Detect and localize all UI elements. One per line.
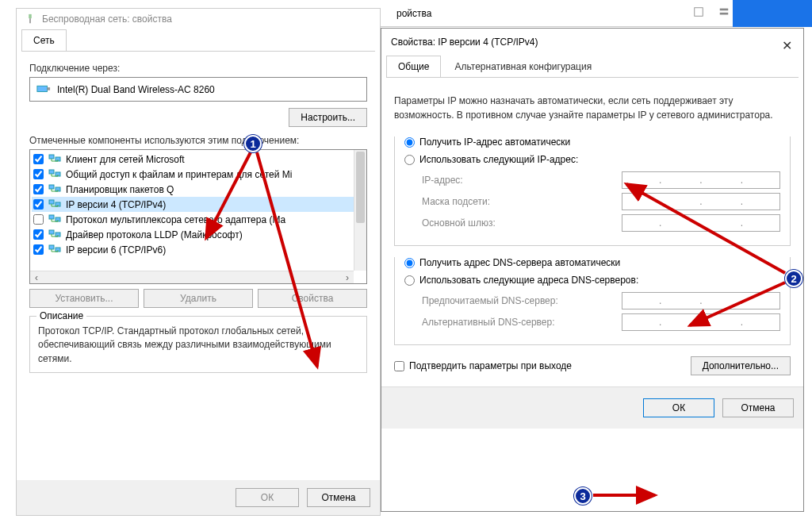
svg-rect-7 xyxy=(37,86,48,91)
radio-dns-auto-label: Получить адрес DNS-сервера автоматически xyxy=(419,257,620,268)
protocol-icon xyxy=(48,183,61,196)
ipv4-description: Параметры IP можно назначать автоматичес… xyxy=(394,94,791,122)
subnet-mask-input[interactable]: ... xyxy=(622,193,780,210)
svg-rect-5 xyxy=(29,14,32,18)
list-item[interactable]: Планировщик пакетов Q xyxy=(32,182,365,197)
scrollbar-vertical[interactable] xyxy=(354,150,366,271)
radio-ip-manual[interactable] xyxy=(404,155,415,165)
list-item[interactable]: IP версии 4 (TCP/IPv4) xyxy=(32,197,365,212)
fragment-text: ройства xyxy=(396,8,431,19)
advanced-button[interactable]: Дополнительно... xyxy=(691,356,791,375)
protocol-icon xyxy=(48,152,61,166)
tabs: Общие Альтернативная конфигурация xyxy=(386,56,799,78)
toolbar-icon xyxy=(693,6,704,20)
protocol-icon xyxy=(48,167,61,181)
ok-button[interactable]: ОК xyxy=(236,488,299,507)
svg-rect-15 xyxy=(49,200,54,204)
decorative-corner xyxy=(733,0,812,27)
window-titlebar: Беспроводная сеть: свойства xyxy=(17,9,380,29)
description-group: Описание Протокол TCP/IP. Стандартный пр… xyxy=(29,316,367,373)
dns1-input[interactable]: ... xyxy=(622,292,780,309)
close-icon[interactable]: ✕ xyxy=(782,38,792,53)
svg-rect-13 xyxy=(49,185,54,189)
ok-button[interactable]: ОК xyxy=(643,398,714,417)
component-label: Протокол мультиплексора сетевого адаптер… xyxy=(66,214,285,225)
tabs: Сеть xyxy=(21,29,375,52)
component-label: Клиент для сетей Microsoft xyxy=(66,154,185,165)
tab-alt-config[interactable]: Альтернативная конфигурация xyxy=(442,56,603,77)
annotation-marker-2: 2 xyxy=(785,270,802,287)
component-checkbox[interactable] xyxy=(33,229,44,240)
radio-dns-manual-label: Использовать следующие адреса DNS-сервер… xyxy=(419,275,638,286)
component-checkbox[interactable] xyxy=(33,199,44,210)
ip-address-input[interactable]: ... xyxy=(622,171,780,189)
component-label: IP версии 4 (TCP/IPv4) xyxy=(66,199,166,210)
list-item[interactable]: Драйвер протокола LLDP (Майкрософт) xyxy=(32,227,365,242)
list-item[interactable]: Клиент для сетей Microsoft xyxy=(32,152,365,167)
protocol-icon xyxy=(48,228,61,241)
toolbar-icon xyxy=(718,6,730,20)
remove-button[interactable]: Удалить xyxy=(144,289,253,308)
component-checkbox[interactable] xyxy=(33,169,44,179)
component-label: Общий доступ к файлам и принтерам для се… xyxy=(66,169,292,180)
configure-button[interactable]: Настроить... xyxy=(289,108,367,127)
components-list[interactable]: Клиент для сетей MicrosoftОбщий доступ к… xyxy=(29,149,367,284)
adapter-box: Intel(R) Dual Band Wireless-AC 8260 xyxy=(29,77,367,102)
cancel-button[interactable]: Отмена xyxy=(722,398,794,417)
svg-rect-2 xyxy=(720,13,729,15)
window-title: Беспроводная сеть: свойства xyxy=(42,13,172,25)
components-label: Отмеченные компоненты используются этим … xyxy=(29,135,367,146)
list-item[interactable]: Протокол мультиплексора сетевого адаптер… xyxy=(32,212,365,227)
svg-rect-21 xyxy=(49,245,54,249)
wireless-properties-window: Беспроводная сеть: свойства Сеть Подключ… xyxy=(16,8,381,516)
connect-via-label: Подключение через: xyxy=(29,63,367,74)
svg-rect-17 xyxy=(49,215,54,219)
component-label: Планировщик пакетов Q xyxy=(66,184,174,195)
svg-rect-0 xyxy=(695,8,703,17)
protocol-icon xyxy=(48,213,61,226)
ip-fieldset: Получить IP-адрес автоматически Использо… xyxy=(394,136,791,246)
list-item[interactable]: IP версии 6 (TCP/IPv6) xyxy=(32,242,365,257)
radio-dns-manual[interactable] xyxy=(404,275,415,286)
network-icon xyxy=(25,13,36,25)
component-checkbox[interactable] xyxy=(33,154,44,164)
svg-rect-11 xyxy=(49,170,54,174)
description-title: Описание xyxy=(36,310,86,321)
svg-rect-19 xyxy=(49,230,54,234)
tab-network[interactable]: Сеть xyxy=(21,29,67,51)
confirm-on-exit-label: Подтвердить параметры при выходе xyxy=(409,360,572,371)
window-title: Свойства: IP версии 4 (TCP/IPv4) xyxy=(391,37,538,48)
window-titlebar: Свойства: IP версии 4 (TCP/IPv4) ✕ xyxy=(381,29,803,56)
dns2-label: Альтернативный DNS-сервер: xyxy=(422,317,555,328)
component-checkbox[interactable] xyxy=(33,184,44,194)
radio-ip-manual-label: Использовать следующий IP-адрес: xyxy=(419,154,578,165)
radio-ip-auto[interactable] xyxy=(404,137,415,148)
properties-button[interactable]: Свойства xyxy=(258,289,367,308)
scrollbar-horizontal[interactable]: ‹ › xyxy=(30,271,354,283)
svg-rect-8 xyxy=(48,87,51,90)
dns1-label: Предпочитаемый DNS-сервер: xyxy=(422,295,558,306)
component-label: IP версии 6 (TCP/IPv6) xyxy=(66,244,166,256)
confirm-on-exit-checkbox[interactable] xyxy=(394,361,404,371)
chevron-right-icon[interactable]: › xyxy=(341,271,354,283)
svg-rect-1 xyxy=(720,9,729,11)
adapter-name: Intel(R) Dual Band Wireless-AC 8260 xyxy=(57,84,215,95)
chevron-left-icon[interactable]: ‹ xyxy=(30,271,43,283)
cancel-button[interactable]: Отмена xyxy=(307,488,370,507)
list-item[interactable]: Общий доступ к файлам и принтерам для се… xyxy=(32,167,365,182)
component-checkbox[interactable] xyxy=(33,214,44,225)
install-button[interactable]: Установить... xyxy=(29,289,139,308)
adapter-icon xyxy=(36,83,51,96)
svg-rect-9 xyxy=(49,155,54,159)
tab-general[interactable]: Общие xyxy=(386,56,441,77)
component-checkbox[interactable] xyxy=(33,244,44,255)
component-label: Драйвер протокола LLDP (Майкрософт) xyxy=(66,229,243,240)
gateway-input[interactable]: ... xyxy=(622,214,780,232)
protocol-icon xyxy=(48,198,61,211)
description-text: Протокол TCP/IP. Стандартный протокол гл… xyxy=(38,325,358,366)
subnet-mask-label: Маска подсети: xyxy=(422,196,490,207)
dns-fieldset: Получить адрес DNS-сервера автоматически… xyxy=(394,257,791,345)
dns2-input[interactable]: ... xyxy=(622,313,780,331)
gateway-label: Основной шлюз: xyxy=(422,217,496,229)
radio-dns-auto[interactable] xyxy=(404,258,415,268)
